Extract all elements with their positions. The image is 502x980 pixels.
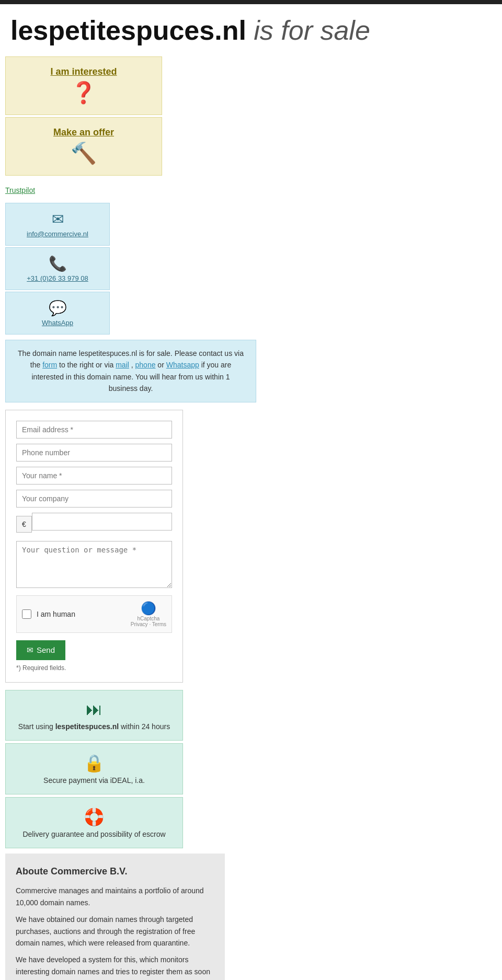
feature-start-label: Start using lespetitespuces.nl within 24… — [18, 722, 170, 731]
lifebuoy-icon: 🛟 — [84, 807, 105, 827]
lock-icon: 🔒 — [84, 753, 105, 773]
required-note: *) Required fields. — [16, 664, 172, 672]
amount-input[interactable] — [32, 513, 172, 531]
feature-payment: 🔒 Secure payment via iDEAL, i.a. — [5, 743, 183, 794]
captcha-label: I am human — [37, 610, 126, 618]
captcha-sub: Privacy · Terms — [131, 621, 166, 627]
feature-delivery: 🛟 Delivery guarantee and possibility of … — [5, 797, 183, 848]
info-text-or: or — [157, 361, 166, 369]
make-offer-button[interactable]: Make an offer 🔨 — [5, 117, 162, 176]
email-contact[interactable]: ✉ info@commercive.nl — [5, 203, 110, 246]
phone-icon: 📞 — [49, 255, 67, 272]
make-offer-link[interactable]: Make an offer — [53, 127, 114, 138]
phone-input[interactable] — [16, 444, 172, 462]
captcha-checkbox[interactable] — [22, 609, 31, 619]
info-box: The domain name lespetitespuces.nl is fo… — [5, 340, 256, 402]
message-textarea[interactable] — [16, 541, 172, 588]
feature-start-domain: lespetitespuces.nl — [55, 722, 119, 731]
about-p2: We have obtained our domain names throug… — [16, 914, 214, 949]
amount-row: € — [16, 513, 172, 536]
whatsapp-icon: 💬 — [49, 299, 67, 317]
info-text-comma: , — [131, 361, 135, 369]
mail-link[interactable]: mail — [116, 361, 129, 369]
domain-name: lespetitespuces.nl — [10, 15, 246, 45]
feature-start: ⏭ Start using lespetitespuces.nl within … — [5, 690, 183, 741]
euro-sign: € — [16, 516, 32, 533]
contact-form: € I am human 🔵 hCaptcha Privacy · Terms … — [5, 410, 183, 683]
feature-start-after: within 24 hours — [121, 722, 170, 731]
captcha-logo: 🔵 hCaptcha Privacy · Terms — [131, 601, 166, 627]
email-icon: ✉ — [52, 211, 64, 228]
top-bar — [0, 0, 502, 4]
feature-payment-label: Secure payment via iDEAL, i.a. — [43, 776, 145, 785]
trustpilot-link[interactable]: Trustpilot — [5, 183, 35, 198]
about-p3: We have developed a system for this, whi… — [16, 954, 214, 980]
send-label: Send — [37, 645, 55, 654]
info-text-middle1: to the right or via — [59, 361, 113, 369]
is-text: is — [254, 15, 273, 45]
phone-link[interactable]: +31 (0)26 33 979 08 — [27, 274, 88, 282]
interested-button[interactable]: I am interested ❓ — [5, 56, 162, 115]
contact-section: ✉ info@commercive.nl 📞 +31 (0)26 33 979 … — [5, 203, 110, 335]
whatsapp-link[interactable]: WhatsApp — [42, 319, 73, 327]
feature-delivery-label: Delivery guarantee and possibility of es… — [22, 830, 165, 838]
feature-section: ⏭ Start using lespetitespuces.nl within … — [5, 690, 183, 848]
whatsapp-info-link[interactable]: Whatsapp — [166, 361, 199, 369]
about-section: Aboute Commercive B.V. Commercive manage… — [5, 854, 225, 980]
for-sale-text: for sale — [281, 15, 370, 45]
whatsapp-contact[interactable]: 💬 WhatsApp — [5, 292, 110, 335]
hammer-icon: 🔨 — [71, 141, 97, 166]
email-link[interactable]: info@commercive.nl — [27, 230, 88, 238]
email-input[interactable] — [16, 421, 172, 439]
send-icon: ✉ — [27, 645, 33, 655]
interested-link[interactable]: I am interested — [50, 66, 117, 77]
fast-forward-icon: ⏭ — [86, 700, 102, 719]
about-p1: Commercive manages and maintains a portf… — [16, 885, 214, 908]
company-input[interactable] — [16, 490, 172, 508]
captcha-brand: hCaptcha — [131, 616, 166, 621]
question-icon: ❓ — [71, 80, 97, 105]
about-title: Aboute Commercive B.V. — [16, 864, 214, 879]
phone-contact[interactable]: 📞 +31 (0)26 33 979 08 — [5, 247, 110, 290]
send-button[interactable]: ✉ Send — [16, 640, 65, 660]
domain-title: lespetitespuces.nl is for sale — [5, 4, 497, 51]
action-buttons: I am interested ❓ Make an offer 🔨 — [5, 56, 162, 178]
hcaptcha-icon: 🔵 — [131, 601, 166, 616]
feature-start-before: Start using — [18, 722, 53, 731]
form-link[interactable]: form — [42, 361, 57, 369]
name-input[interactable] — [16, 467, 172, 485]
phone-info-link[interactable]: phone — [135, 361, 156, 369]
captcha-row: I am human 🔵 hCaptcha Privacy · Terms — [16, 595, 172, 633]
